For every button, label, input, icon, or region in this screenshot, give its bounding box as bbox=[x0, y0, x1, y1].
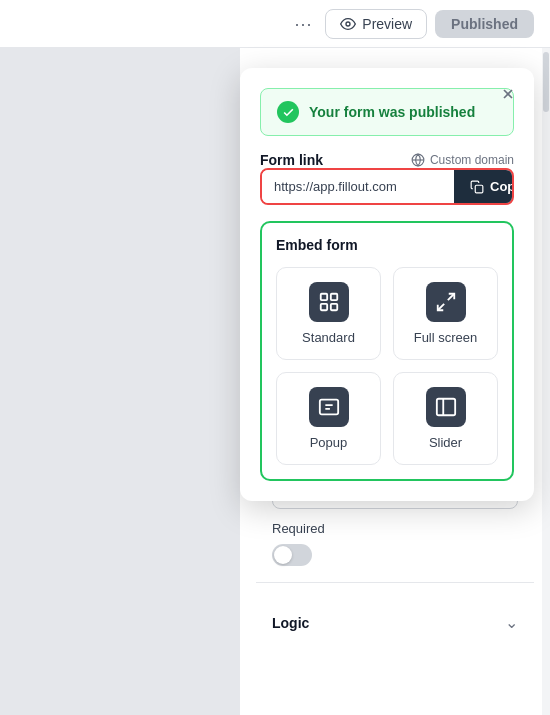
url-input[interactable] bbox=[262, 170, 454, 203]
success-check-icon bbox=[277, 101, 299, 123]
embed-label: Embed form bbox=[276, 237, 498, 253]
svg-rect-7 bbox=[330, 294, 336, 300]
copy-icon bbox=[470, 180, 484, 194]
embed-grid: Standard Full screen bbox=[276, 267, 498, 465]
svg-line-10 bbox=[447, 294, 453, 300]
form-link-header: Form link Custom domain bbox=[260, 152, 514, 168]
success-banner: Your form was published bbox=[260, 88, 514, 136]
svg-rect-13 bbox=[436, 399, 454, 416]
form-link-label: Form link bbox=[260, 152, 323, 168]
preview-button[interactable]: Preview bbox=[325, 9, 427, 39]
url-row: Copy bbox=[260, 168, 514, 205]
embed-section: Embed form Standard bbox=[260, 221, 514, 481]
more-options-button[interactable]: ⋯ bbox=[289, 10, 317, 38]
embed-popup-label: Popup bbox=[310, 435, 348, 450]
globe-icon bbox=[411, 153, 425, 167]
svg-rect-6 bbox=[320, 294, 326, 300]
modal-overlay: Your form was published Form link Custom… bbox=[0, 48, 550, 715]
fullscreen-icon bbox=[426, 282, 466, 322]
embed-standard-label: Standard bbox=[302, 330, 355, 345]
popup-icon bbox=[309, 387, 349, 427]
embed-item-fullscreen[interactable]: Full screen bbox=[393, 267, 498, 360]
custom-domain-button[interactable]: Custom domain bbox=[411, 153, 514, 167]
embed-item-slider[interactable]: Slider bbox=[393, 372, 498, 465]
svg-rect-5 bbox=[475, 185, 483, 193]
svg-rect-8 bbox=[320, 304, 326, 310]
eye-icon bbox=[340, 16, 356, 32]
published-button[interactable]: Published bbox=[435, 10, 534, 38]
close-button[interactable] bbox=[494, 80, 522, 108]
standard-icon bbox=[309, 282, 349, 322]
embed-item-popup[interactable]: Popup bbox=[276, 372, 381, 465]
embed-fullscreen-label: Full screen bbox=[414, 330, 478, 345]
form-link-section: Form link Custom domain bbox=[260, 152, 514, 205]
embed-item-standard[interactable]: Standard bbox=[276, 267, 381, 360]
svg-line-11 bbox=[437, 304, 443, 310]
svg-point-0 bbox=[346, 22, 350, 26]
svg-rect-9 bbox=[330, 304, 336, 310]
embed-slider-label: Slider bbox=[429, 435, 462, 450]
close-icon bbox=[500, 86, 516, 102]
top-bar: ⋯ Preview Published bbox=[0, 0, 550, 48]
slider-icon bbox=[426, 387, 466, 427]
svg-rect-12 bbox=[319, 400, 337, 415]
publish-modal: Your form was published Form link Custom… bbox=[240, 68, 534, 501]
copy-button[interactable]: Copy bbox=[454, 170, 514, 203]
success-message: Your form was published bbox=[309, 104, 475, 120]
